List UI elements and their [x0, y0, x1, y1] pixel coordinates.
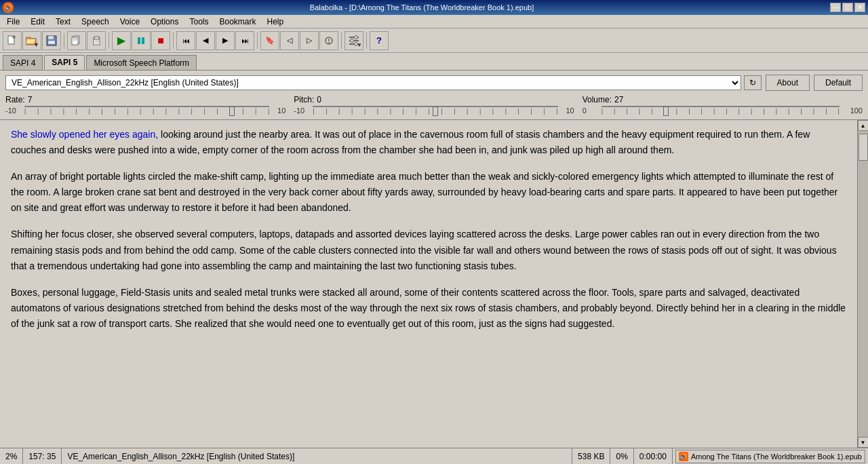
refresh-voice-button[interactable]: ↻: [744, 75, 762, 90]
toolbar-sep-6: [366, 33, 367, 49]
help-button[interactable]: ?: [370, 31, 389, 50]
menu-file[interactable]: File: [1, 16, 25, 28]
statusbar: 2% 157: 35 VE_American_English_Allison_2…: [0, 448, 868, 464]
tts-tabs: SAPI 4 SAPI 5 Microsoft Speech Platform: [0, 53, 868, 71]
pitch-label: Pitch:: [294, 95, 314, 104]
paragraph-2: An array of bright portable lights circl…: [11, 169, 846, 216]
svg-rect-6: [48, 36, 54, 39]
menu-bookmark[interactable]: Bookmark: [214, 16, 261, 28]
doc-tab-label: Among The Titans (The Worldbreaker Book …: [691, 452, 862, 461]
volume-max-label: 100: [842, 107, 863, 115]
pause-button[interactable]: [132, 31, 151, 50]
play-button[interactable]: ▶: [112, 31, 131, 50]
titlebar-title: Balabolka - [D:\Among The Titans (The Wo…: [14, 3, 830, 12]
toolbar-file-group: ▼: [3, 31, 61, 50]
paragraph-1: She slowly opened her eyes again, lookin…: [11, 127, 846, 158]
time-value: 0:00:00: [639, 452, 667, 461]
tab-microsoft-speech[interactable]: Microsoft Speech Platform: [86, 55, 197, 70]
menu-tools[interactable]: Tools: [184, 16, 214, 28]
toolbar-sep-4: [257, 33, 258, 49]
next-button[interactable]: ▶: [216, 31, 235, 50]
rate-max-label: 10: [272, 107, 285, 115]
paste-text-button[interactable]: [87, 31, 106, 50]
maximize-button[interactable]: □: [842, 3, 853, 12]
pitch-slider[interactable]: [313, 106, 557, 107]
voice-selector[interactable]: VE_American_English_Allison_22kHz [Engli…: [5, 75, 741, 90]
app-icon: 🔊: [3, 2, 14, 13]
status-position: 157: 35: [23, 448, 62, 464]
scrollbar: ▲ ▼: [857, 120, 868, 448]
volume-value: 27: [614, 95, 623, 104]
menu-edit[interactable]: Edit: [25, 16, 50, 28]
default-button[interactable]: Default: [814, 75, 863, 91]
menu-text[interactable]: Text: [50, 16, 76, 28]
toolbar-edit-group: [67, 31, 106, 50]
scroll-up-button[interactable]: ▲: [858, 120, 869, 131]
new-button[interactable]: [3, 31, 22, 50]
svg-rect-17: [138, 37, 140, 44]
tab-sapi5[interactable]: SAPI 5: [44, 55, 85, 70]
scroll-down-button[interactable]: ▼: [858, 437, 869, 448]
menubar: File Edit Text Speech Voice Options Tool…: [0, 15, 868, 28]
pitch-max-label: 10: [561, 107, 574, 115]
paragraph-text-2: An array of bright portable lights circl…: [11, 171, 837, 213]
pitch-label-row: Pitch: 0: [294, 95, 321, 104]
save-button[interactable]: [42, 31, 61, 50]
rate-range-row: -10 |||||||||||||||||||| 10: [5, 106, 285, 115]
about-button[interactable]: About: [766, 75, 810, 91]
something-value: 0%: [616, 452, 627, 461]
toolbar-nav-group: ⏮ ◀ ▶ ⏭: [176, 31, 254, 50]
to-start-button[interactable]: ⏮: [176, 31, 195, 50]
text-display: She slowly opened her eyes again, lookin…: [0, 120, 857, 448]
paragraph-4: Boxes, personal luggage, Field-Stasis un…: [11, 285, 846, 332]
rate-label: Rate:: [5, 95, 25, 104]
status-time: 0:00:00: [634, 448, 673, 464]
to-end-button[interactable]: ⏭: [235, 31, 254, 50]
menu-voice[interactable]: Voice: [115, 16, 145, 28]
voice-row2: Rate: 7 -10 |||||||||||||||||||| 1: [5, 95, 863, 115]
bookmark-prev-button[interactable]: ◁: [280, 31, 299, 50]
prev-button[interactable]: ◀: [196, 31, 215, 50]
volume-label-row: Volume: 27: [583, 95, 624, 104]
rate-value: 7: [28, 95, 33, 104]
bookmark-button[interactable]: 🔖: [260, 31, 279, 50]
voice-panel: VE_American_English_Allison_22kHz [Engli…: [0, 71, 868, 120]
settings-button[interactable]: ▼: [344, 31, 363, 50]
something-button[interactable]: [319, 31, 338, 50]
content-area: She slowly opened her eyes again, lookin…: [0, 120, 868, 448]
paragraph-text-4: Boxes, personal luggage, Field-Stasis un…: [11, 287, 846, 329]
toolbar-sep-1: [64, 33, 64, 49]
status-filesize: 538 KB: [572, 448, 610, 464]
titlebar-controls: — □ ✕: [830, 3, 865, 12]
rate-slider[interactable]: [24, 106, 269, 107]
status-voice-name: VE_American_English_Allison_22kHz [Engli…: [67, 452, 294, 461]
filesize-value: 538 KB: [578, 452, 604, 461]
voice-row1: VE_American_English_Allison_22kHz [Engli…: [5, 75, 863, 91]
highlighted-text-1: She slowly opened her eyes again,: [11, 129, 158, 140]
scroll-thumb[interactable]: [859, 134, 868, 161]
volume-label: Volume:: [583, 95, 612, 104]
doc-tab[interactable]: 🔊 Among The Titans (The Worldbreaker Boo…: [675, 450, 865, 463]
rate-label-row: Rate: 7: [5, 95, 32, 104]
minimize-button[interactable]: —: [830, 3, 841, 12]
toolbar-extra-group: 🔖 ◁ ▷: [260, 31, 338, 50]
menu-speech[interactable]: Speech: [76, 16, 115, 28]
stop-button[interactable]: ■: [151, 31, 170, 50]
svg-point-25: [355, 35, 358, 39]
open-button[interactable]: ▼: [22, 31, 41, 50]
titlebar-left: 🔊: [3, 2, 14, 13]
copy-text-button[interactable]: [67, 31, 86, 50]
pitch-value: 0: [317, 95, 321, 104]
menu-options[interactable]: Options: [145, 16, 184, 28]
menu-help[interactable]: Help: [262, 16, 290, 28]
svg-rect-18: [142, 37, 144, 44]
scroll-track[interactable]: [858, 131, 869, 437]
tab-sapi4[interactable]: SAPI 4: [3, 55, 43, 70]
close-button[interactable]: ✕: [854, 3, 865, 12]
rate-min-label: -10: [5, 107, 22, 115]
svg-point-26: [351, 39, 354, 42]
bookmark-next-button[interactable]: ▷: [300, 31, 319, 50]
volume-slider[interactable]: [601, 106, 840, 107]
voice-select-wrapper: VE_American_English_Allison_22kHz [Engli…: [5, 75, 762, 90]
rate-slider-group: Rate: 7 -10 |||||||||||||||||||| 1: [5, 95, 294, 115]
